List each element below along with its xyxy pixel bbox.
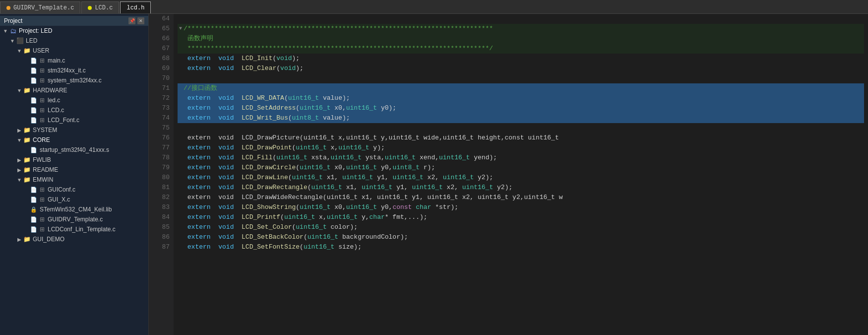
tree-item-led-c[interactable]: 📄⊞led.c: [0, 95, 148, 105]
expand-icon-lcdfont-c: ⊞: [40, 117, 48, 124]
tree-arrow-guiconf-c: [23, 186, 30, 193]
tab-lcdh[interactable]: lcd.h: [120, 1, 151, 13]
fold-placeholder-79: [178, 163, 184, 173]
code-content-66: 函数声明: [184, 34, 213, 44]
tree-icon-main-c: 📄: [30, 57, 38, 65]
code-line-69[interactable]: extern void LCD_Clear(void);: [178, 64, 864, 73]
tree-arrow-project-led: ▼: [2, 27, 9, 34]
tree-item-system-stm32[interactable]: 📄⊞system_stm32f4xx.c: [0, 75, 148, 85]
code-content-79: extern void LCD_DrawCircle(uint16_t x0,u…: [184, 163, 435, 173]
fold-placeholder-85: [178, 222, 184, 232]
tree-item-stemwin-lib[interactable]: 🔒STemWin532_CM4_Keil.lib: [0, 204, 148, 214]
tree-item-fwlib-folder[interactable]: ▶📁FWLIB: [0, 155, 148, 165]
tree-item-core-folder[interactable]: ▼📁CORE: [0, 135, 148, 145]
line-number-66: 66: [153, 34, 170, 44]
tree-icon-fwlib-folder: 📁: [23, 156, 31, 164]
tree-label-readme-folder: README: [33, 166, 58, 173]
tree-item-emwin-folder[interactable]: ▼📁EMWIN: [0, 175, 148, 185]
code-line-78[interactable]: extern void LCD_Fill(uint16_t xsta,uint1…: [178, 153, 864, 163]
pin-icon[interactable]: 📌: [128, 17, 135, 24]
code-line-85[interactable]: extern void LCD_Set_Color(uint16_t color…: [178, 222, 864, 232]
code-line-70[interactable]: [178, 73, 864, 83]
tree-item-lcdconf-c[interactable]: 📄⊞LCDConf_Lin_Template.c: [0, 224, 148, 234]
code-line-79[interactable]: extern void LCD_DrawCircle(uint16_t x0,u…: [178, 163, 864, 173]
code-content-74: extern void LCD_Writ_Bus(uint8_t value);: [184, 113, 350, 123]
tree-label-stemwin-lib: STemWin532_CM4_Keil.lib: [40, 206, 112, 213]
tree-item-user-folder[interactable]: ▼📁USER: [0, 46, 148, 56]
code-content-77: extern void LCD_DrawPoint(uint16_t x,uin…: [184, 143, 385, 153]
tree-item-stm32f4xx_it[interactable]: 📄⊞stm32f4xx_it.c: [0, 66, 148, 75]
code-line-66[interactable]: 函数声明: [178, 34, 864, 44]
tree-label-led-chip: LED: [26, 37, 37, 44]
code-content-82: extern void LCD_DrawWideRectangle(uint16…: [184, 193, 563, 202]
expand-icon-lcdconf-c: ⊞: [40, 226, 48, 233]
fold-placeholder-77: [178, 143, 184, 153]
code-line-75[interactable]: [178, 123, 864, 133]
tree-item-system-folder[interactable]: ▶📁SYSTEM: [0, 125, 148, 135]
code-line-84[interactable]: extern void LCD_Printf(uint16_t x,uint16…: [178, 212, 864, 222]
tree-label-led-c: led.c: [48, 97, 60, 104]
code-line-80[interactable]: extern void LCD_DrawLine(uint16_t x1, ui…: [178, 173, 864, 183]
tree-item-readme-folder[interactable]: ▶📁README: [0, 165, 148, 175]
code-line-77[interactable]: extern void LCD_DrawPoint(uint16_t x,uin…: [178, 143, 864, 153]
code-line-76[interactable]: extern void LCD_DrawPicture(uint16_t x,u…: [178, 133, 864, 143]
tree-item-guidrv-c[interactable]: 📄⊞GUIDRV_Template.c: [0, 214, 148, 224]
code-line-81[interactable]: extern void LCD_DrawRectangle(uint16_t x…: [178, 183, 864, 193]
code-line-73[interactable]: extern void LCD_SetAddress(uint16_t x0,u…: [178, 103, 864, 113]
code-line-65[interactable]: ▼/**************************************…: [178, 24, 864, 34]
tree-arrow-guidrv-c: [23, 216, 30, 223]
tree-arrow-startup-s: [23, 146, 30, 153]
code-content-69: extern void LCD_Clear(void);: [184, 64, 304, 73]
tree-label-gui-demo-folder: GUI_DEMO: [33, 236, 64, 243]
code-line-87[interactable]: extern void LCD_SetFontSize(uint16_t siz…: [178, 242, 864, 252]
tree-item-lcd-c[interactable]: 📄⊞LCD.c: [0, 105, 148, 115]
close-sidebar-icon[interactable]: ✕: [137, 17, 144, 24]
code-line-71[interactable]: //接口函数: [178, 83, 864, 93]
fold-placeholder-73: [178, 103, 184, 113]
fold-placeholder-83: [178, 202, 184, 212]
code-content-67: ****************************************…: [184, 44, 493, 54]
fold-indicator-65[interactable]: ▼: [178, 24, 184, 34]
tree-label-startup-s: startup_stm32f40_41xxx.s: [40, 146, 109, 153]
tree-item-guiconf-c[interactable]: 📄⊞GUIConf.c: [0, 185, 148, 195]
sidebar-title-icons: 📌 ✕: [128, 17, 144, 24]
tree-icon-stm32f4xx_it: 📄: [30, 67, 38, 74]
tree-icon-user-folder: 📁: [23, 47, 31, 55]
tree-item-project-led[interactable]: ▼🗂Project: LED: [0, 26, 148, 36]
tree-icon-readme-folder: 📁: [23, 166, 31, 174]
expand-icon-lcd-c: ⊞: [40, 107, 48, 114]
tree-item-gui-x-c[interactable]: 📄⊞GUI_X.c: [0, 195, 148, 204]
tree-item-hardware-folder[interactable]: ▼📁HARDWARE: [0, 85, 148, 95]
code-line-72[interactable]: extern void LCD_WR_DATA(uint16_t value);: [178, 93, 864, 103]
line-number-77: 77: [153, 143, 170, 153]
fold-placeholder-87: [178, 242, 184, 252]
tree-item-gui-demo-folder[interactable]: ▶📁GUI_DEMO: [0, 234, 148, 244]
line-number-84: 84: [153, 212, 170, 222]
code-line-86[interactable]: extern void LCD_SetBackColor(uint16_t ba…: [178, 232, 864, 242]
code-line-74[interactable]: extern void LCD_Writ_Bus(uint8_t value);: [178, 113, 864, 123]
sidebar: Project 📌 ✕ ▼🗂Project: LED▼⬛LED▼📁USER📄⊞m…: [0, 14, 149, 335]
tree-arrow-led-chip: ▼: [9, 37, 16, 44]
tree-label-core-folder: CORE: [33, 136, 50, 143]
tree-item-lcdfont-c[interactable]: 📄⊞LCD_Font.c: [0, 115, 148, 125]
code-line-64[interactable]: [178, 14, 864, 24]
tree-item-led-chip[interactable]: ▼⬛LED: [0, 36, 148, 46]
code-line-67[interactable]: ****************************************…: [178, 44, 864, 54]
fold-placeholder-70: [178, 73, 184, 83]
fold-placeholder-76: [178, 133, 184, 143]
tree-item-startup-s[interactable]: 📄startup_stm32f40_41xxx.s: [0, 145, 148, 155]
code-line-82[interactable]: extern void LCD_DrawWideRectangle(uint16…: [178, 193, 864, 202]
line-number-75: 75: [153, 123, 170, 133]
line-numbers: 6465666768697071727374757677787980818283…: [149, 14, 174, 335]
tab-guidrv[interactable]: GUIDRV_Template.c: [0, 1, 80, 13]
code-content-76: extern void LCD_DrawPicture(uint16_t x,u…: [184, 133, 559, 143]
tree-arrow-stemwin-lib: [23, 206, 30, 213]
main-layout: Project 📌 ✕ ▼🗂Project: LED▼⬛LED▼📁USER📄⊞m…: [0, 14, 868, 335]
code-area[interactable]: 6465666768697071727374757677787980818283…: [149, 14, 868, 335]
tree-item-main-c[interactable]: 📄⊞main.c: [0, 56, 148, 66]
code-content-73: extern void LCD_SetAddress(uint16_t x0,u…: [184, 103, 396, 113]
line-number-70: 70: [153, 73, 170, 83]
tab-lcd[interactable]: LCD.c: [81, 1, 119, 13]
code-line-68[interactable]: extern void LCD_Init(void);: [178, 54, 864, 64]
code-line-83[interactable]: extern void LCD_ShowString(uint16_t x0,u…: [178, 202, 864, 212]
